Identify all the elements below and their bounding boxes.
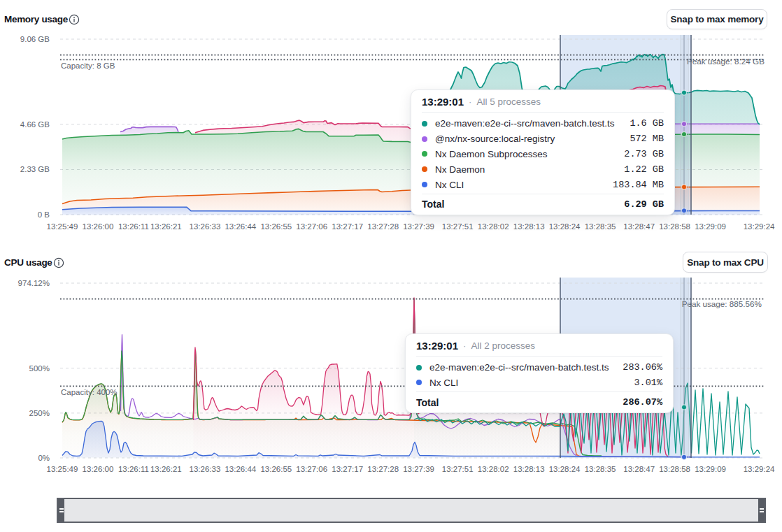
svg-text:13:28:13: 13:28:13 — [513, 465, 545, 473]
svg-text:13:27:17: 13:27:17 — [332, 465, 363, 473]
svg-text:974.12%: 974.12% — [18, 279, 50, 287]
svg-text:13:27:39: 13:27:39 — [403, 222, 434, 231]
svg-text:Peak usage: 8.24 GB: Peak usage: 8.24 GB — [687, 57, 765, 66]
svg-text:13:27:06: 13:27:06 — [296, 222, 327, 231]
svg-text:13:26:21: 13:26:21 — [150, 222, 182, 231]
svg-text:0 B: 0 B — [38, 210, 50, 219]
svg-text:13:26:00: 13:26:00 — [83, 465, 114, 473]
svg-text:13:26:55: 13:26:55 — [260, 465, 292, 473]
svg-text:13:28:58: 13:28:58 — [659, 465, 690, 473]
svg-text:250%: 250% — [29, 409, 50, 417]
svg-text:13:25:49: 13:25:49 — [47, 465, 78, 473]
svg-text:13:29:09: 13:29:09 — [695, 222, 726, 231]
svg-text:13:26:44: 13:26:44 — [225, 465, 256, 473]
svg-text:2.33 GB: 2.33 GB — [20, 165, 50, 173]
svg-text:13:29:24: 13:29:24 — [744, 465, 775, 473]
svg-text:Capacity: 8 GB: Capacity: 8 GB — [61, 62, 115, 70]
svg-text:13:27:28: 13:27:28 — [367, 465, 399, 473]
svg-text:13:26:33: 13:26:33 — [190, 465, 221, 473]
svg-text:Capacity: 400%: Capacity: 400% — [61, 388, 118, 396]
svg-text:13:29:09: 13:29:09 — [695, 465, 726, 473]
svg-text:13:26:55: 13:26:55 — [260, 222, 292, 231]
svg-text:13:28:02: 13:28:02 — [478, 465, 509, 473]
svg-text:13:27:06: 13:27:06 — [296, 465, 327, 473]
svg-text:13:27:39: 13:27:39 — [403, 465, 434, 473]
svg-text:13:28:35: 13:28:35 — [585, 465, 616, 473]
svg-text:13:26:11: 13:26:11 — [118, 465, 149, 473]
svg-text:13:28:02: 13:28:02 — [478, 222, 509, 231]
svg-text:13:26:44: 13:26:44 — [225, 222, 256, 231]
svg-text:13:28:24: 13:28:24 — [549, 465, 581, 473]
svg-text:13:27:51: 13:27:51 — [442, 222, 474, 231]
svg-text:13:27:51: 13:27:51 — [442, 465, 474, 473]
svg-text:13:25:49: 13:25:49 — [47, 222, 78, 231]
svg-text:13:26:00: 13:26:00 — [83, 222, 114, 231]
svg-text:13:28:13: 13:28:13 — [513, 222, 545, 231]
svg-text:13:28:47: 13:28:47 — [623, 222, 655, 231]
svg-text:13:28:35: 13:28:35 — [585, 222, 616, 231]
svg-text:13:28:24: 13:28:24 — [549, 222, 581, 231]
svg-text:13:27:17: 13:27:17 — [332, 222, 363, 231]
svg-text:13:27:28: 13:27:28 — [367, 222, 399, 231]
svg-text:9.06 GB: 9.06 GB — [20, 35, 50, 43]
svg-text:13:28:47: 13:28:47 — [623, 465, 655, 473]
svg-text:0%: 0% — [38, 454, 50, 462]
svg-text:13:26:21: 13:26:21 — [150, 465, 182, 473]
svg-text:13:26:33: 13:26:33 — [190, 222, 221, 231]
svg-text:Peak usage: 885.56%: Peak usage: 885.56% — [682, 299, 762, 308]
svg-text:13:26:11: 13:26:11 — [118, 222, 149, 231]
svg-text:13:28:58: 13:28:58 — [659, 222, 690, 231]
svg-text:4.66 GB: 4.66 GB — [20, 120, 50, 129]
svg-text:500%: 500% — [29, 364, 50, 373]
svg-text:13:29:24: 13:29:24 — [744, 222, 775, 231]
